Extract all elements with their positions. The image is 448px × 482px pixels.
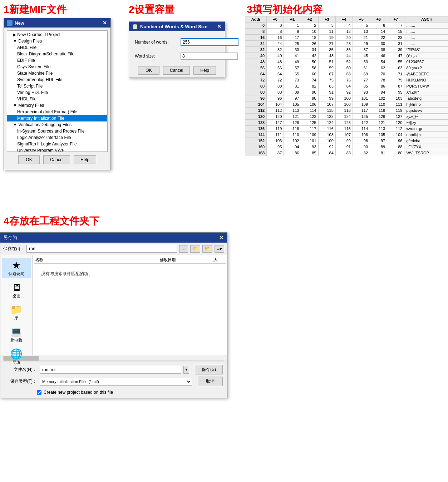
tree-item[interactable]: Verilog HDL File xyxy=(7,89,107,96)
dialog-words-cancel[interactable]: Cancel xyxy=(163,66,190,75)
table-cell-addr: 136 xyxy=(245,126,267,132)
table-cell-val: 34 xyxy=(301,47,318,53)
saveas-filelist[interactable]: 名称 修改日期 大 没有与搜索条件匹配的项。 xyxy=(33,255,227,355)
saveas-filelist-header: 名称 修改日期 大 xyxy=(34,257,226,264)
table-cell-val: 77 xyxy=(353,77,370,83)
saveas-toolbar: 保存在(I)： ← 📁 📂 ≡▾ xyxy=(0,243,227,255)
table-row: 112112113114115116117118119pqrstuvw xyxy=(245,108,448,114)
memory-table: Addr+0+1+2+3+4+5+6+7ASCII001234567......… xyxy=(245,16,448,156)
table-cell-val: 109 xyxy=(353,101,370,108)
tree-item[interactable]: EDIF File xyxy=(7,57,107,64)
saveas-view-btn[interactable]: ≡▾ xyxy=(215,245,224,253)
table-cell-addr: 0 xyxy=(245,23,267,29)
saveas-sidebar-item[interactable]: 🌐网络 xyxy=(2,347,31,367)
table-col-header: Addr xyxy=(245,16,267,23)
table-cell-val: 1 xyxy=(284,23,301,29)
table-cell-addr: 168 xyxy=(245,150,267,156)
dialog-new-close[interactable]: ✕ xyxy=(102,20,108,26)
dialog-save-close[interactable]: ✕ xyxy=(218,235,224,240)
table-cell-val: 94 xyxy=(284,144,301,150)
tree-item[interactable]: In-System Sources and Probes File xyxy=(7,128,107,134)
table-cell-val: 42 xyxy=(301,53,318,59)
table-cell-val: 61 xyxy=(353,65,370,71)
tree-item[interactable]: Hexadecimal (Intel-Format) File xyxy=(7,109,107,115)
table-cell-val: 32 xyxy=(267,47,284,53)
table-cell-val: 20 xyxy=(335,35,353,41)
table-cell-addr: 104 xyxy=(245,101,267,108)
table-col-header: +5 xyxy=(353,16,370,23)
filename-dropdown-btn[interactable]: ▾ xyxy=(183,366,189,374)
table-cell-val: 108 xyxy=(318,132,335,138)
saveas-sidebar-item[interactable]: ★快速访问 xyxy=(2,258,31,278)
tree-item[interactable]: Block Diagram/Schematic File xyxy=(7,51,107,57)
tree-item[interactable]: University Program VWF xyxy=(7,147,107,152)
dialog-words-ok[interactable]: OK xyxy=(138,66,159,75)
table-cell-val: 55 xyxy=(387,59,404,65)
table-cell-ascii: gfedcba` xyxy=(404,138,448,144)
table-col-header: +0 xyxy=(267,16,284,23)
filetype-select[interactable]: Memory Initialization Files (*.mif) xyxy=(40,378,192,386)
tree-item[interactable]: ▼ Verification/Debugging Files xyxy=(7,121,107,128)
table-cell-addr: 128 xyxy=(245,120,267,126)
tree-item[interactable]: Qsys System File xyxy=(7,64,107,70)
table-cell-val: 104 xyxy=(387,132,404,138)
memory-table-section: Addr+0+1+2+3+4+5+6+7ASCII001234567......… xyxy=(245,16,448,156)
saveas-up-btn[interactable]: 📂 xyxy=(202,245,212,253)
dialog-new-help[interactable]: Help xyxy=(74,155,96,164)
table-cell-val: 68 xyxy=(335,71,353,77)
saveas-sidebar-item[interactable]: 💻此电脑 xyxy=(2,324,31,344)
saveas-back-btn[interactable]: ← xyxy=(179,245,188,253)
file-type-tree[interactable]: ▶ New Quartus II Project▼ Design FilesAH… xyxy=(7,30,108,152)
table-cell-val: 56 xyxy=(267,65,284,71)
dialog-new-ok[interactable]: OK xyxy=(18,155,40,164)
table-cell-val: 118 xyxy=(284,126,301,132)
tree-item[interactable]: AHDL File xyxy=(7,44,107,51)
table-cell-val: 80 xyxy=(267,83,284,89)
num-words-input[interactable] xyxy=(181,38,238,46)
tree-item[interactable]: ▼ Memory Files xyxy=(7,102,107,109)
dialog-new-cancel[interactable]: Cancel xyxy=(43,155,70,164)
table-cell-val: 125 xyxy=(353,114,370,120)
tree-item[interactable]: VHDL File xyxy=(7,96,107,102)
table-cell-val: 75 xyxy=(318,77,335,83)
table-cell-val: 93 xyxy=(353,89,370,95)
save-button[interactable]: 保存(S) xyxy=(195,365,223,374)
tree-item[interactable]: ▼ Design Files xyxy=(7,38,107,44)
table-row: 56565758596061626389 ;<=>? xyxy=(245,65,448,71)
dialog-words-close[interactable]: ✕ xyxy=(216,24,222,29)
table-cell-val: 84 xyxy=(335,83,353,89)
table-cell-ascii: 89 ;<=>? xyxy=(404,65,448,71)
tree-item[interactable]: Memory Initialization File xyxy=(7,115,107,121)
tree-item[interactable]: ▶ New Quartus II Project xyxy=(7,31,107,38)
word-size-input[interactable] xyxy=(181,53,238,60)
table-cell-val: 33 xyxy=(284,47,301,53)
table-cell-val: 105 xyxy=(284,101,301,108)
saveas-sidebar-item[interactable]: 🖥桌面 xyxy=(2,280,31,300)
tree-item[interactable]: Tcl Script File xyxy=(7,83,107,89)
tree-item[interactable]: State Machine File xyxy=(7,70,107,76)
filename-label: 文件名(N)： xyxy=(5,367,37,373)
dialog-words-help[interactable]: Help xyxy=(193,66,216,75)
cancel-button[interactable]: 取消 xyxy=(198,377,223,386)
tree-item[interactable]: SystemVerilog HDL File xyxy=(7,76,107,83)
table-cell-val: 36 xyxy=(335,47,353,53)
saveas-new-folder-btn[interactable]: 📁 xyxy=(190,245,200,253)
table-cell-val: 96 xyxy=(267,95,284,101)
saveas-scrollbar[interactable] xyxy=(3,356,224,361)
saveas-sidebar-item[interactable]: 📁库 xyxy=(2,302,31,322)
saveas-sidebar: ★快速访问🖥桌面📁库💻此电脑🌐网络 xyxy=(0,255,33,355)
filename-input[interactable] xyxy=(40,366,181,374)
table-cell-val: 92 xyxy=(335,89,353,95)
table-cell-val: 69 xyxy=(353,71,370,77)
table-cell-val: 35 xyxy=(318,47,335,53)
tree-item[interactable]: SignalTap II Logic Analyzer File xyxy=(7,141,107,147)
table-cell-val: 95 xyxy=(267,144,284,150)
saveas-location-input[interactable] xyxy=(26,245,177,253)
table-cell-ascii: 01234567 xyxy=(404,59,448,65)
table-cell-val: 110 xyxy=(370,101,387,108)
tree-item[interactable]: Logic Analyzer Interface File xyxy=(7,134,107,141)
create-project-checkbox[interactable] xyxy=(37,390,41,395)
table-cell-ascii: hijklmno xyxy=(404,101,448,108)
table-cell-val: 83 xyxy=(318,83,335,89)
table-cell-val: 122 xyxy=(353,120,370,126)
